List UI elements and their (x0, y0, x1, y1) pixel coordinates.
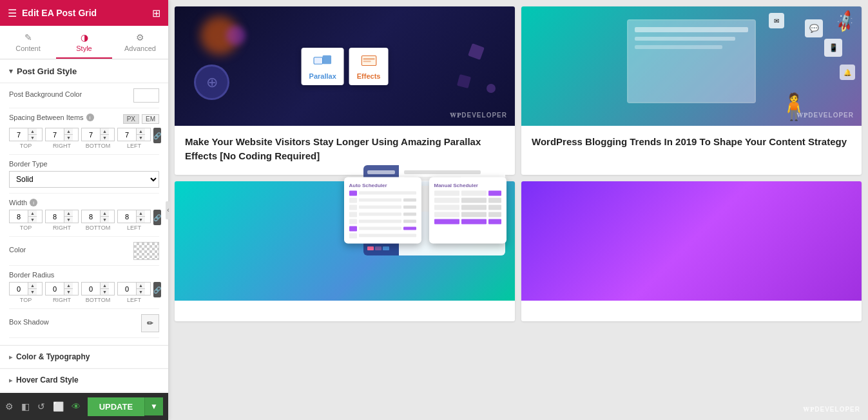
purple-decoration: Auto Scheduler (521, 181, 862, 321)
post-card-4-image: Auto Scheduler (521, 181, 862, 301)
post-grid: ⊕ Parallax (175, 6, 862, 321)
main-content: ⊕ Parallax (168, 0, 868, 420)
resize-handle[interactable]: ‹ (166, 0, 171, 420)
resize-arrow-icon: ‹ (166, 201, 171, 219)
post-card-4: Auto Scheduler (521, 181, 862, 321)
